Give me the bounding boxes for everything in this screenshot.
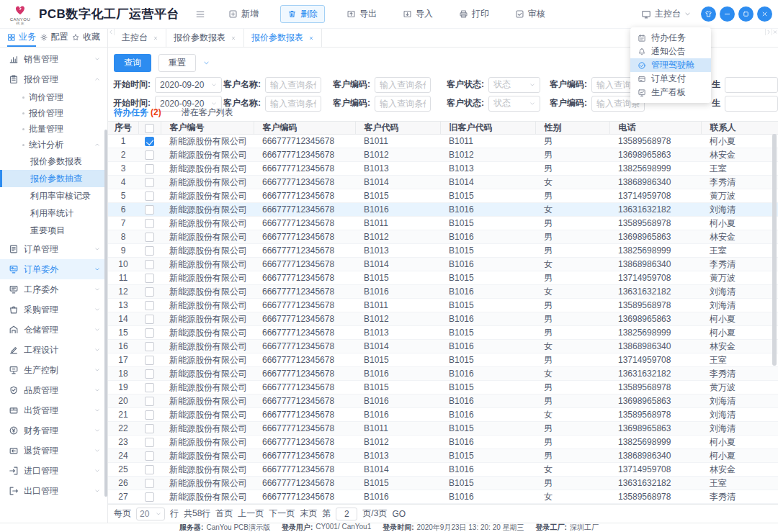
toolbar-button-audit[interactable]: 审核 bbox=[511, 6, 550, 22]
dropdown-item-board[interactable]: 生产看板 bbox=[630, 86, 711, 99]
dropdown-item-bell[interactable]: 通知公告 bbox=[630, 45, 711, 58]
row-checkbox[interactable] bbox=[145, 479, 154, 488]
sidebar-item-chart[interactable]: 销售管理 bbox=[0, 49, 107, 69]
row-checkbox[interactable] bbox=[145, 219, 154, 228]
row-checkbox[interactable] bbox=[145, 383, 154, 392]
sidebar-item-shipment[interactable]: 出货管理 bbox=[0, 400, 107, 420]
select-all-checkbox[interactable] bbox=[145, 124, 154, 133]
table-row[interactable]: 26新能源股份有限公司666777712345678B1015B1015男136… bbox=[108, 477, 778, 490]
sidebar-item-process[interactable]: 工序委外 bbox=[0, 279, 107, 299]
sidebar-item-利用率统计[interactable]: 利用率统计 bbox=[0, 204, 107, 222]
page-size-select[interactable]: 20 bbox=[136, 508, 165, 520]
row-checkbox[interactable] bbox=[145, 301, 154, 310]
tabs-scroll-right-icon[interactable] bbox=[765, 29, 772, 35]
page-tab-0[interactable]: 主控台 bbox=[115, 29, 166, 47]
table-row[interactable]: 8新能源股份有限公司666777712345678B1012B1016男1369… bbox=[108, 230, 778, 244]
tabs-close-all-icon[interactable] bbox=[772, 29, 778, 35]
row-checkbox[interactable] bbox=[145, 451, 154, 461]
dropdown-item-dashboard[interactable]: 管理驾驶舱 bbox=[630, 58, 711, 72]
row-checkbox[interactable] bbox=[145, 328, 154, 338]
sidebar-item-报价参数报表[interactable]: 报价参数报表 bbox=[0, 153, 107, 170]
row-checkbox[interactable] bbox=[145, 397, 154, 406]
row-checkbox[interactable] bbox=[145, 233, 154, 242]
row-checkbox[interactable] bbox=[145, 465, 154, 474]
sidebar-scrollbar[interactable] bbox=[104, 130, 107, 497]
sidebar-item-统计分析[interactable]: 统计分析 bbox=[0, 137, 107, 153]
last-page-link[interactable]: 末页 bbox=[300, 508, 317, 520]
row-checkbox[interactable] bbox=[145, 287, 154, 297]
page-tab-1[interactable]: 报价参数报表 bbox=[166, 29, 244, 47]
row-checkbox[interactable] bbox=[145, 137, 154, 146]
sidebar-item-purchase[interactable]: 采购管理 bbox=[0, 299, 107, 320]
search-button[interactable]: 查询 bbox=[114, 54, 151, 72]
row-checkbox[interactable] bbox=[145, 178, 154, 187]
table-row[interactable]: 23新能源股份有限公司666777712345678B1012B1016男138… bbox=[108, 436, 778, 449]
reset-button[interactable]: 重置 bbox=[158, 54, 196, 72]
row-checkbox[interactable] bbox=[145, 246, 154, 256]
row-checkbox[interactable] bbox=[145, 260, 154, 269]
filter-text-input[interactable] bbox=[725, 77, 778, 93]
nav-group-gear[interactable]: 配置 bbox=[40, 29, 68, 47]
sidebar-item-利用率审核记录[interactable]: 利用率审核记录 bbox=[0, 187, 107, 204]
tab-todo-tasks[interactable]: 待办任务(2) bbox=[114, 107, 161, 119]
toolbar-button-plus-square[interactable]: 新增 bbox=[224, 6, 263, 22]
page-tab-2[interactable]: 报价参数报表 bbox=[244, 29, 322, 47]
table-row[interactable]: 5新能源股份有限公司666777712345678B1015B1015男1371… bbox=[108, 189, 778, 203]
toolbar-button-print[interactable]: 打印 bbox=[455, 6, 493, 22]
sidebar-item-finance[interactable]: 财务管理 bbox=[0, 420, 107, 441]
table-row[interactable]: 18新能源股份有限公司666777712345678B1016B1016女136… bbox=[108, 367, 778, 381]
table-row[interactable]: 4新能源股份有限公司666777712345678B1014B1014女1386… bbox=[108, 176, 778, 189]
row-checkbox[interactable] bbox=[145, 492, 154, 502]
dropdown-item-payment[interactable]: 订单支付 bbox=[630, 72, 711, 86]
table-row[interactable]: 19新能源股份有限公司666777712345678B1015B1015男135… bbox=[108, 381, 778, 395]
window-theme-button[interactable] bbox=[701, 6, 716, 22]
date-picker[interactable]: 2020-09-20 bbox=[155, 77, 222, 93]
row-checkbox[interactable] bbox=[145, 356, 154, 365]
sidebar-item-批量管理[interactable]: 批量管理 bbox=[0, 121, 107, 137]
row-checkbox[interactable] bbox=[145, 205, 154, 215]
sidebar-item-报价参数抽查[interactable]: 报价参数抽查 bbox=[0, 170, 107, 187]
table-row[interactable]: 20新能源股份有限公司666777712345678B1016B1016男136… bbox=[108, 395, 778, 408]
window-minimize-button[interactable] bbox=[720, 6, 735, 22]
table-row[interactable]: 11新能源股份有限公司666777712345678B1015B1015男137… bbox=[108, 271, 778, 285]
sidebar-item-重要项目[interactable]: 重要项目 bbox=[0, 222, 107, 239]
table-row[interactable]: 21新能源股份有限公司666777712345678B1016B1016女135… bbox=[108, 408, 778, 422]
sidebar-item-order[interactable]: 订单管理 bbox=[0, 239, 107, 259]
row-checkbox[interactable] bbox=[145, 191, 154, 201]
first-page-link[interactable]: 首页 bbox=[215, 508, 233, 520]
row-checkbox[interactable] bbox=[145, 274, 154, 283]
sidebar-item-quote[interactable]: 报价管理 bbox=[0, 69, 107, 89]
go-button[interactable]: GO bbox=[392, 509, 406, 519]
sidebar-item-design[interactable]: 工程设计 bbox=[0, 340, 107, 360]
sidebar-item-import-mgmt[interactable]: 进口管理 bbox=[0, 461, 107, 481]
tab-close-icon[interactable] bbox=[153, 35, 158, 41]
page-number-input[interactable]: 2 bbox=[336, 508, 357, 520]
row-checkbox[interactable] bbox=[145, 369, 154, 379]
filter-text-input[interactable] bbox=[265, 77, 321, 93]
table-row[interactable]: 1新能源股份有限公司666777712345678B1011B1011男1358… bbox=[108, 135, 778, 148]
filter-collapse-icon[interactable] bbox=[203, 60, 210, 66]
table-row[interactable]: 13新能源股份有限公司666777712345678B1011B1015男135… bbox=[108, 299, 778, 312]
table-row[interactable]: 12新能源股份有限公司666777712345678B1016B1016女136… bbox=[108, 285, 778, 299]
table-row[interactable]: 14新能源股份有限公司666777712345678B1012B1016男136… bbox=[108, 312, 778, 326]
sidebar-item-warehouse[interactable]: 仓储管理 bbox=[0, 320, 107, 340]
next-page-link[interactable]: 下一页 bbox=[269, 508, 295, 520]
sidebar-item-returns[interactable]: 退货管理 bbox=[0, 441, 107, 461]
tabs-scroll-left-icon[interactable] bbox=[108, 29, 115, 35]
dropdown-item-todo[interactable]: 待办任务 bbox=[630, 31, 711, 45]
toolbar-button-export[interactable]: 导出 bbox=[342, 6, 381, 22]
row-checkbox[interactable] bbox=[145, 424, 154, 433]
tab-close-icon[interactable] bbox=[231, 35, 236, 41]
window-close-button[interactable] bbox=[757, 6, 772, 22]
table-row[interactable]: 7新能源股份有限公司666777712345678B1011B1015男1358… bbox=[108, 217, 778, 230]
table-row[interactable]: 22新能源股份有限公司666777712345678B1011B1015男136… bbox=[108, 422, 778, 436]
status-select[interactable]: 状态 bbox=[488, 77, 540, 93]
prev-page-link[interactable]: 上一页 bbox=[238, 508, 264, 520]
table-row[interactable]: 16新能源股份有限公司666777712345678B1014B1016女138… bbox=[108, 340, 778, 353]
collapse-sidebar-icon[interactable] bbox=[195, 9, 205, 19]
table-row[interactable]: 2新能源股份有限公司666777712345678B1012B1012男1369… bbox=[108, 148, 778, 162]
window-maximize-button[interactable] bbox=[738, 6, 754, 22]
table-row[interactable]: 9新能源股份有限公司666777712345678B1013B1015男1382… bbox=[108, 244, 778, 258]
toolbar-button-trash[interactable]: 删除 bbox=[280, 5, 325, 23]
table-row[interactable]: 24新能源股份有限公司666777712345678B1013B1015男138… bbox=[108, 449, 778, 463]
